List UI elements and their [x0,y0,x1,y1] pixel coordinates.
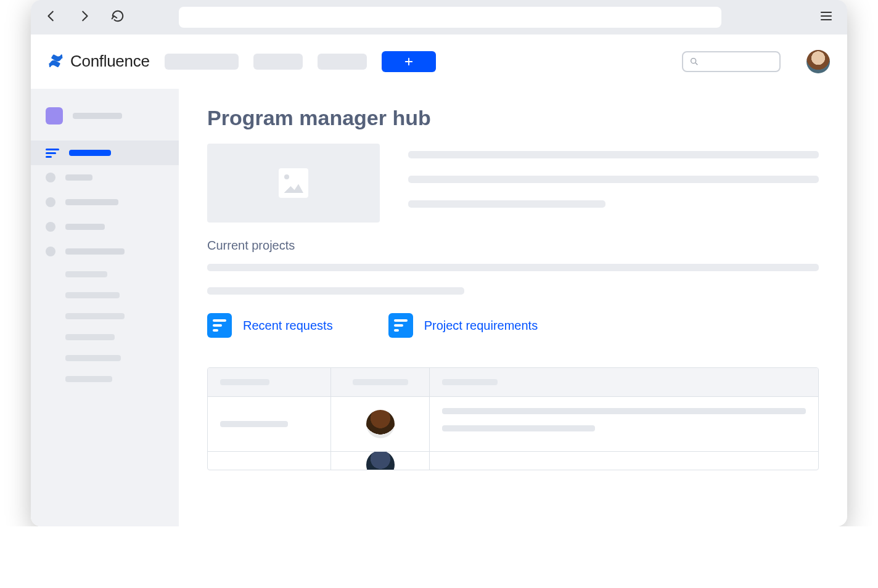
text-placeholder [408,200,605,208]
text-placeholder [408,176,819,183]
brand-name: Confluence [70,52,150,71]
hero-block [207,144,819,223]
page-tree-icon [46,149,59,158]
table-cell [208,397,331,451]
sidebar-item-active[interactable] [31,141,179,165]
table-cell-owner [331,397,430,451]
table-cell [208,452,331,470]
browser-chrome [31,0,847,35]
text-placeholder [207,264,819,271]
link-project-requirements[interactable]: Project requirements [388,313,538,338]
section-title-current-projects: Current projects [207,239,819,253]
table-row[interactable] [208,451,818,470]
owner-avatar[interactable] [364,451,396,470]
hero-image-placeholder [207,144,380,223]
app-header: Confluence [31,35,847,89]
browser-menu-icon[interactable] [819,9,834,26]
search-input[interactable] [682,51,781,72]
sidebar-label-placeholder [65,199,118,205]
sidebar-item[interactable] [31,239,179,264]
table-cell [430,397,818,451]
sidebar-label-placeholder [65,224,105,230]
sidebar-label-placeholder [65,174,92,181]
bullet-icon [46,222,55,232]
nav-item-placeholder[interactable] [253,54,303,70]
link-recent-requests[interactable]: Recent requests [207,313,333,338]
sidebar-item[interactable] [31,190,179,214]
sidebar [31,89,179,526]
sidebar-subitem[interactable] [31,369,179,390]
bullet-icon [46,197,55,207]
sidebar-subitem[interactable] [31,264,179,285]
sidebar-item[interactable] [31,214,179,239]
main-content: Program manager hub Current projects [179,89,847,526]
sidebar-label-placeholder [73,113,122,119]
sidebar-item[interactable] [31,165,179,190]
nav-item-placeholder[interactable] [165,54,239,70]
sidebar-subitem[interactable] [31,285,179,306]
confluence-logo-icon [48,54,64,70]
table-header-cell [208,368,331,396]
back-icon[interactable] [44,9,58,25]
sidebar-label-placeholder [69,150,111,156]
svg-point-5 [691,58,696,63]
plus-icon [403,56,414,67]
url-bar[interactable] [179,7,721,28]
quick-links: Recent requests Project requirements [207,313,819,338]
table-cell-owner [331,452,430,470]
table-header-row [208,368,818,396]
user-avatar[interactable] [806,50,830,73]
projects-table [207,367,819,470]
image-icon [279,168,308,198]
document-icon [388,313,413,338]
reload-icon[interactable] [111,9,125,25]
table-header-cell [331,368,430,396]
bullet-icon [46,247,55,256]
document-icon [207,313,232,338]
app-window: Confluence [31,0,847,526]
sidebar-subitem[interactable] [31,306,179,327]
hero-text-placeholder [408,144,819,223]
project-text-placeholder [207,264,819,295]
sidebar-label-placeholder [65,248,125,255]
sidebar-space-header[interactable] [31,104,179,128]
page-title: Program manager hub [207,106,819,130]
create-button[interactable] [382,51,436,72]
brand[interactable]: Confluence [48,52,150,71]
bullet-icon [46,173,55,182]
app-body: Program manager hub Current projects [31,89,847,526]
link-label: Project requirements [424,319,538,333]
table-cell [430,452,818,470]
text-placeholder [207,287,464,295]
sidebar-subitem[interactable] [31,327,179,348]
owner-avatar[interactable] [364,408,396,440]
link-label: Recent requests [243,319,333,333]
nav-item-placeholder[interactable] [318,54,367,70]
search-icon [689,57,699,67]
text-placeholder [408,151,819,158]
svg-line-6 [695,63,697,65]
sidebar-subitem[interactable] [31,348,179,369]
table-row[interactable] [208,396,818,451]
space-icon [46,107,63,125]
forward-icon[interactable] [78,9,91,25]
table-header-cell [430,368,818,396]
browser-nav-buttons [44,9,125,25]
